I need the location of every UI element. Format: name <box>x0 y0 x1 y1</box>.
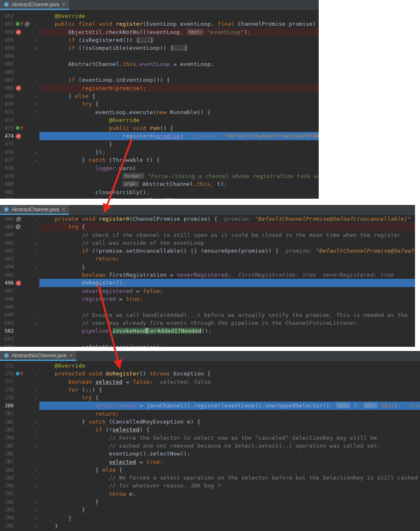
code-text[interactable]: safeSetSuccess(promise); <box>39 343 415 347</box>
folded-region-icon[interactable]: ⊞ <box>33 46 38 50</box>
line-number[interactable]: 389 <box>0 475 14 481</box>
code-text[interactable]: boolean selected = false; selected: fals… <box>39 378 420 386</box>
line-number[interactable]: 496 <box>0 280 14 286</box>
line-number[interactable]: 464 <box>0 53 14 59</box>
tab-close-icon[interactable]: × <box>61 2 65 7</box>
gutter[interactable]: 459⊞ <box>0 44 39 52</box>
line-number[interactable]: 393 <box>0 507 14 513</box>
breakpoint-disabled-icon[interactable] <box>16 224 20 229</box>
gutter[interactable]: 497 <box>0 287 39 295</box>
gutter[interactable]: 501▴ <box>0 319 39 327</box>
line-number[interactable]: 500 <box>0 312 14 318</box>
line-number[interactable]: 395 <box>0 523 14 529</box>
gutter[interactable]: 375 <box>0 362 39 370</box>
line-number[interactable]: 469 <box>0 93 14 99</box>
line-number[interactable]: 490 <box>0 232 14 238</box>
line-number[interactable]: 499 <box>0 304 14 310</box>
annotation-marker-icon[interactable]: @ <box>16 216 21 222</box>
code-text[interactable]: } <box>39 506 420 514</box>
code-text[interactable]: closeFuture.setClosed(); <box>39 196 319 199</box>
line-number[interactable]: 383 <box>0 427 14 433</box>
gutter[interactable]: 453↑@▾ <box>0 20 39 28</box>
code-text[interactable]: ObjectUtil.checkNotNull(eventLoop, text:… <box>39 28 319 36</box>
gutter[interactable]: 471▾ <box>0 108 39 116</box>
gutter[interactable]: 466 <box>0 68 39 76</box>
code-text[interactable]: } <box>39 140 319 148</box>
line-number[interactable]: 384 <box>0 435 14 441</box>
gutter[interactable]: 381 <box>0 410 39 418</box>
gutter[interactable]: 387 <box>0 458 39 466</box>
code-text[interactable]: selectionKey = javaChannel().register(ev… <box>39 402 420 409</box>
code-text[interactable]: if (!isCompatible(eventLoop)) {...} <box>39 44 319 52</box>
code-text[interactable]: pipeline.invokeHandlerAddedIfNeeded(); <box>39 327 415 335</box>
line-number[interactable]: 504 <box>0 344 14 347</box>
code-text[interactable]: // We forced a select operation on the s… <box>39 474 420 482</box>
line-number[interactable]: 467 <box>0 77 14 83</box>
gutter[interactable]: 393▴ <box>0 506 39 514</box>
tab-AbstractChannel.java[interactable]: CAbstractChannel.java× <box>0 205 69 215</box>
gutter[interactable]: 494▴ <box>0 263 39 271</box>
line-number[interactable]: 495 <box>0 272 14 278</box>
line-number[interactable]: 476 <box>0 149 14 155</box>
code-text[interactable]: AbstractChannel.this.eventLoop = eventLo… <box>39 60 319 68</box>
fold-end-icon[interactable]: ▴ <box>33 524 38 528</box>
code-text[interactable]: } else { <box>39 92 319 100</box>
line-number[interactable]: 386 <box>0 451 14 457</box>
code-text[interactable]: protected void doRegister() throws Excep… <box>39 370 420 378</box>
code-text[interactable]: private void register0(ChannelPromise pr… <box>39 215 415 223</box>
line-number[interactable]: 470 <box>0 101 14 107</box>
code-text[interactable]: } <box>39 514 420 522</box>
gutter[interactable]: 480 <box>0 180 39 188</box>
line-number[interactable]: 453 <box>0 21 14 27</box>
code-text[interactable]: } else { <box>39 466 420 474</box>
overrides-method-icon[interactable]: ↑ <box>16 22 24 26</box>
line-number[interactable]: 497 <box>0 288 14 294</box>
gutter[interactable]: 473↑ <box>0 124 39 132</box>
gutter[interactable]: 452 <box>0 12 39 20</box>
code-text[interactable]: logger.warn( <box>39 164 319 172</box>
code-text[interactable]: @Override <box>39 116 319 124</box>
code-text[interactable]: return; <box>39 410 420 418</box>
line-number[interactable]: 488 <box>0 216 14 222</box>
fold-end-icon[interactable]: ▴ <box>33 265 38 269</box>
gutter[interactable]: 392▴ <box>0 498 39 506</box>
code-text[interactable]: // check if the channel is still open as… <box>39 231 415 239</box>
fold-collapse-icon[interactable]: ▾ <box>33 22 38 26</box>
gutter[interactable]: 467▾ <box>0 76 39 84</box>
code-text[interactable]: // Force the Selector to select now as t… <box>39 434 420 442</box>
gutter[interactable]: 384▾ <box>0 434 39 442</box>
gutter[interactable]: 394▴ <box>0 514 39 522</box>
code-text[interactable]: boolean firstRegistration = neverRegiste… <box>39 271 415 279</box>
code-text[interactable]: } catch (CancelledKeyException e) { <box>39 418 420 426</box>
line-number[interactable]: 472 <box>0 117 14 123</box>
gutter[interactable]: 489▾ <box>0 223 39 231</box>
gutter[interactable]: 503 <box>0 335 39 343</box>
gutter[interactable]: 465 <box>0 60 39 68</box>
line-number[interactable]: 381 <box>0 411 14 417</box>
overrides-method-icon[interactable]: ↑ <box>16 126 24 130</box>
line-number[interactable]: 380 <box>0 403 14 409</box>
code-text[interactable]: selected = true; <box>39 458 420 466</box>
line-number[interactable]: 459 <box>0 45 14 51</box>
gutter[interactable]: 385▴ <box>0 442 39 450</box>
gutter[interactable]: 491▴ <box>0 239 39 247</box>
line-number[interactable]: 477 <box>0 157 14 163</box>
gutter[interactable]: 468✓ <box>0 84 39 92</box>
code-text[interactable] <box>39 68 319 76</box>
code-text[interactable]: }); <box>39 148 319 156</box>
breakpoint-verified-icon[interactable]: ✓ <box>16 29 21 35</box>
code-text[interactable] <box>39 52 319 60</box>
code-text[interactable]: throw e; <box>39 490 420 498</box>
fold-collapse-icon[interactable]: ▾ <box>33 436 38 440</box>
line-number[interactable]: 501 <box>0 320 14 326</box>
gutter[interactable]: 477▴ <box>0 156 39 164</box>
line-number[interactable]: 489 <box>0 224 14 230</box>
line-number[interactable]: 388 <box>0 467 14 473</box>
line-number[interactable]: 382 <box>0 419 14 425</box>
line-number[interactable]: 478 <box>0 165 14 171</box>
code-text[interactable]: @Override <box>39 362 420 370</box>
code-text[interactable]: if (!promise.setUncancellable() || !ensu… <box>39 247 415 255</box>
fold-end-icon[interactable]: ▴ <box>33 94 38 98</box>
line-number[interactable]: 471 <box>0 109 14 115</box>
line-number[interactable]: 493 <box>0 256 14 262</box>
